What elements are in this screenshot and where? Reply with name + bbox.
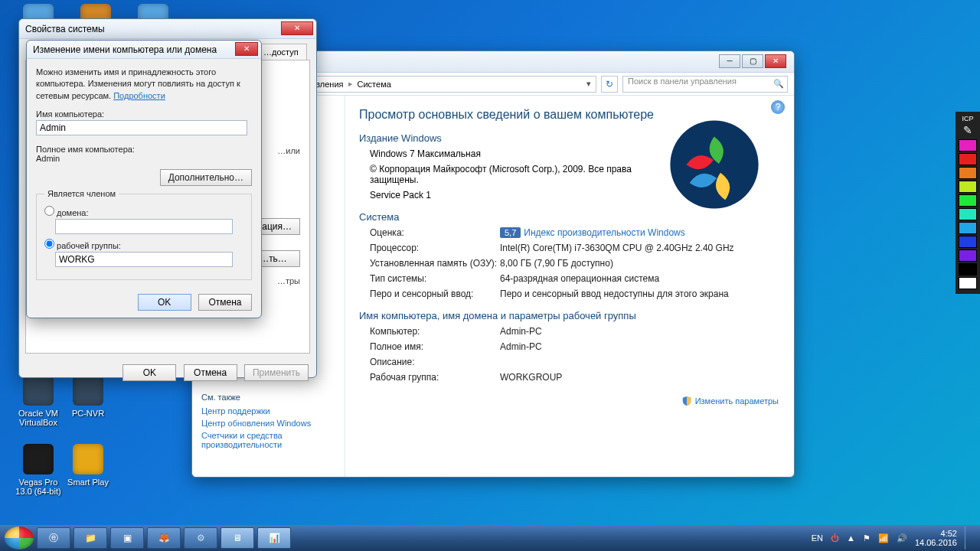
color-swatch[interactable] <box>959 181 977 193</box>
color-swatch[interactable] <box>959 236 977 248</box>
color-swatch[interactable] <box>959 263 977 276</box>
color-swatch[interactable] <box>959 222 977 234</box>
cpu-value: Intel(R) Core(TM) i7-3630QM CPU @ 2.40GH… <box>500 243 783 253</box>
taskbar-item[interactable]: 📁 <box>74 527 107 549</box>
clock[interactable]: 4:52 14.06.2016 <box>915 529 957 547</box>
see-also-header: См. также <box>201 393 335 402</box>
main-content: ? Просмотр основных сведений о вашем ком… <box>345 96 794 477</box>
member-of-fieldset: Является членом домена: рабочей группы: <box>36 189 252 280</box>
fullname-value: Admin-PC <box>500 341 783 352</box>
windows-logo <box>668 119 760 210</box>
color-swatch[interactable] <box>959 153 977 165</box>
taskbar[interactable]: ⓔ 📁 ▣ 🦊 ⚙ 🖥 📊 EN ⏻ ▲ ⚑ 📶 🔊 4:52 14.06.20… <box>0 525 980 551</box>
color-swatch[interactable] <box>959 277 977 289</box>
color-picker-toolbar[interactable]: ICP ✎ <box>956 112 980 294</box>
taskbar-item[interactable]: ⚙ <box>184 527 217 549</box>
tab-remote[interactable]: …доступ <box>255 44 307 60</box>
copyright: © Корпорация Майкрософт (Microsoft Corp.… <box>370 164 645 185</box>
domain-radio[interactable]: домена: <box>44 208 89 217</box>
minimize-button[interactable]: ─ <box>719 54 740 68</box>
search-input[interactable]: Поиск в панели управления 🔍 <box>622 76 788 93</box>
sidebar-link[interactable]: Центр поддержки <box>201 406 335 416</box>
close-button[interactable]: ✕ <box>765 54 786 68</box>
desc-value <box>500 357 783 367</box>
details-link[interactable]: Подробности <box>113 91 165 100</box>
cancel-button[interactable]: Отмена <box>198 294 252 311</box>
color-swatch[interactable] <box>959 249 977 262</box>
section-header: Имя компьютера, имя домена и параметры р… <box>359 310 783 321</box>
apply-button[interactable]: Применить <box>244 364 309 381</box>
more-button[interactable]: Дополнительно… <box>160 169 252 186</box>
sidebar-link[interactable]: Счетчики и средства производительности <box>201 431 335 449</box>
ram-value: 8,00 ГБ (7,90 ГБ доступно) <box>500 258 783 269</box>
refresh-button[interactable]: ↻ <box>601 76 618 93</box>
close-button[interactable]: ✕ <box>235 42 258 56</box>
taskbar-item[interactable]: ▣ <box>110 527 144 549</box>
pen-value: Перо и сенсорный ввод недоступны для это… <box>500 289 783 299</box>
tray-icon[interactable]: ⏻ <box>831 533 839 543</box>
workgroup-input[interactable] <box>55 252 233 267</box>
workgroup-value: WORKGROUP <box>500 372 783 383</box>
start-button[interactable] <box>5 527 34 549</box>
color-swatch[interactable] <box>959 194 977 207</box>
svg-point-0 <box>670 120 758 208</box>
workgroup-radio[interactable]: рабочей группы: <box>44 241 121 250</box>
hint-text: Можно изменить имя и принадлежность этог… <box>36 67 252 102</box>
close-button[interactable]: ✕ <box>281 21 313 35</box>
change-settings-link[interactable]: Изменить параметры <box>681 396 779 406</box>
computer-name-input[interactable] <box>36 120 247 135</box>
fullname-value: Admin <box>36 154 252 163</box>
rating-link[interactable]: Индекс производительности Windows <box>524 227 684 238</box>
taskbar-item[interactable]: 🖥 <box>220 527 254 549</box>
search-icon: 🔍 <box>773 79 784 89</box>
desktop-icon[interactable]: Vegas Pro 13.0 (64-bit) <box>11 444 65 496</box>
sysprops-titlebar[interactable]: Свойства системы ✕ <box>19 19 316 39</box>
sidebar-link[interactable]: Центр обновления Windows <box>201 419 335 428</box>
breadcrumb-part[interactable]: Система <box>358 80 391 89</box>
ok-button[interactable]: OK <box>122 364 176 381</box>
language-indicator[interactable]: EN <box>812 533 823 543</box>
brush-icon[interactable]: ✎ <box>956 124 980 136</box>
taskbar-item[interactable]: 🦊 <box>147 527 181 549</box>
network-icon[interactable]: 📶 <box>878 533 889 543</box>
section-header: Система <box>359 211 783 223</box>
computer-name-label: Имя компьютера: <box>36 109 252 119</box>
flag-icon[interactable]: ⚑ <box>863 533 871 543</box>
tray-icon[interactable]: ▲ <box>847 533 855 543</box>
cancel-button[interactable]: Отмена <box>184 364 237 381</box>
color-swatch[interactable] <box>959 139 977 152</box>
systype-value: 64-разрядная операционная система <box>500 273 783 284</box>
color-swatch[interactable] <box>959 208 977 220</box>
taskbar-item[interactable]: ⓔ <box>37 527 70 549</box>
domain-input[interactable] <box>55 219 233 234</box>
help-icon[interactable]: ? <box>771 100 785 114</box>
system-tray[interactable]: EN ⏻ ▲ ⚑ 📶 🔊 4:52 14.06.2016 <box>812 527 975 549</box>
rename-titlebar[interactable]: Изменение имени компьютера или домена ✕ <box>27 41 261 59</box>
desktop-icon[interactable]: Smart Play <box>61 444 115 487</box>
color-swatch[interactable] <box>959 167 977 179</box>
show-desktop-button[interactable] <box>965 527 971 549</box>
volume-icon[interactable]: 🔊 <box>897 533 907 543</box>
shield-icon <box>681 396 692 406</box>
fullname-label: Полное имя компьютера: <box>36 145 252 154</box>
computer-value: Admin-PC <box>500 326 783 337</box>
taskbar-item[interactable]: 📊 <box>257 527 291 549</box>
rename-computer-dialog: Изменение имени компьютера или домена ✕ … <box>26 40 262 318</box>
ok-button[interactable]: OK <box>138 294 191 311</box>
rating-badge: 5,7 <box>500 227 521 238</box>
maximize-button[interactable]: ▢ <box>742 54 763 68</box>
